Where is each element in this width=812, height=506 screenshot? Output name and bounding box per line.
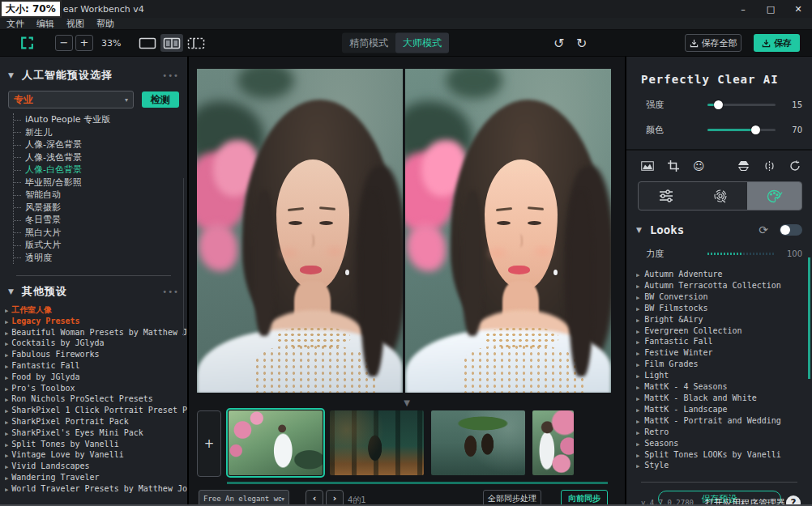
add-photo-button[interactable]: + — [197, 410, 221, 477]
expand-arrow-icon[interactable]: ▶ — [636, 283, 639, 290]
tab-looks[interactable] — [747, 182, 801, 210]
look-item[interactable]: ▶Festive Winter — [636, 348, 806, 359]
tree-scrollbar[interactable] — [183, 178, 184, 336]
expand-arrow-icon[interactable]: ▶ — [636, 407, 639, 414]
looks-strength-slider[interactable] — [707, 253, 776, 255]
other-preset-item[interactable]: ▶SharkPixel Portrait Pack — [5, 417, 187, 428]
other-preset-item[interactable]: ▶Wandering Traveler — [5, 473, 187, 484]
look-item[interactable]: ▶MattK - Portrait and Wedding — [636, 416, 806, 427]
ai-preset-item[interactable]: 冬日雪景 — [14, 214, 167, 227]
expand-arrow-icon[interactable]: ▶ — [636, 373, 639, 380]
other-preset-item[interactable]: ▶Beautiful Woman Presets by Matthew Jord… — [5, 328, 187, 339]
ai-preset-item[interactable]: 黑白大片 — [14, 227, 167, 240]
thumbnail-4[interactable] — [532, 410, 574, 475]
thumbnail-2[interactable] — [330, 410, 424, 475]
ai-preset-item[interactable]: iAuto People 专业版 — [14, 113, 167, 126]
look-item[interactable]: ▶Fantastic Fall — [636, 337, 806, 348]
look-item[interactable]: ▶MattK - Landscape — [636, 405, 806, 416]
ai-preset-item[interactable]: 新生儿 — [14, 126, 167, 139]
expand-arrow-icon[interactable]: ▶ — [636, 295, 639, 301]
ai-preset-item[interactable]: 版式大片 — [14, 239, 167, 252]
curtain-view-button[interactable] — [185, 34, 207, 52]
collapse-triangle-icon[interactable]: ▼ — [636, 226, 642, 234]
collapse-triangle-icon[interactable]: ▼ — [8, 71, 14, 79]
ai-preset-dropdown[interactable]: 专业 ▾ — [8, 91, 134, 108]
zoom-out-button[interactable]: − — [55, 35, 73, 51]
other-preset-item[interactable]: ▶SharkPixel's Eyes Mini Pack — [5, 428, 187, 440]
zoom-in-button[interactable]: + — [75, 35, 93, 51]
before-image[interactable] — [197, 69, 403, 393]
expand-arrow-icon[interactable]: ▶ — [636, 351, 639, 357]
maximize-button[interactable]: □ — [757, 0, 784, 18]
look-item[interactable]: ▶Retro — [636, 427, 806, 439]
looks-scrollbar[interactable] — [808, 257, 810, 379]
expand-arrow-icon[interactable]: ▶ — [636, 272, 639, 279]
expand-arrow-icon[interactable]: ▶ — [636, 317, 639, 324]
look-item[interactable]: ▶Autumn Adventure — [636, 270, 806, 281]
section-menu-icon[interactable]: ••• — [162, 287, 179, 296]
look-item[interactable]: ▶Style — [636, 461, 806, 472]
flip-vertical-icon[interactable] — [737, 160, 750, 172]
look-item[interactable]: ▶Light — [636, 371, 806, 382]
other-preset-item[interactable]: ▶Pro's Toolbox — [5, 384, 187, 395]
help-button[interactable]: ? — [786, 495, 801, 506]
expand-arrow-icon[interactable]: ▶ — [5, 442, 8, 449]
expand-arrow-icon[interactable]: ▶ — [636, 463, 639, 470]
previous-photo-button[interactable]: ‹ — [306, 490, 323, 506]
single-view-button[interactable] — [136, 34, 159, 52]
crop-icon[interactable] — [668, 160, 679, 172]
ai-preset-item[interactable]: 人像-白色背景 — [14, 164, 167, 176]
expand-arrow-icon[interactable]: ▶ — [636, 453, 639, 459]
next-photo-button[interactable]: › — [326, 490, 344, 506]
expand-arrow-icon[interactable]: ▶ — [5, 352, 8, 359]
look-item[interactable]: ▶Autumn Terracotta Collection — [636, 281, 806, 292]
expand-arrow-icon[interactable]: ▶ — [5, 397, 8, 403]
look-item[interactable]: ▶BW Conversion — [636, 292, 806, 304]
ai-preset-item[interactable]: 风景摄影 — [14, 202, 167, 215]
expand-arrow-icon[interactable]: ▶ — [5, 464, 8, 470]
other-preset-item[interactable]: ▶SharkPixel 1 Click Portrait Preset Pack — [5, 406, 187, 417]
strength-slider[interactable] — [707, 104, 776, 106]
thumbnail-3[interactable] — [431, 410, 525, 475]
tab-fingerprint-retouch[interactable] — [693, 182, 747, 210]
other-preset-item[interactable]: ▶Vintage Love by Vanelli — [5, 450, 187, 461]
look-item[interactable]: ▶Evergreen Collection — [636, 326, 806, 338]
undo-button[interactable]: ↺ — [553, 36, 564, 51]
ai-preset-item[interactable]: 人像-深色背景 — [14, 138, 167, 151]
other-preset-item[interactable]: ▶工作室人像 — [5, 305, 187, 317]
tab-master-mode[interactable]: 大师模式 — [395, 33, 449, 53]
menu-item[interactable]: 帮助 — [96, 18, 114, 30]
other-preset-item[interactable]: ▶Cocktails by JGlyda — [5, 338, 187, 350]
expand-arrow-icon[interactable]: ▶ — [5, 408, 8, 415]
expand-arrow-icon[interactable]: ▶ — [636, 329, 639, 335]
expand-arrow-icon[interactable]: ▶ — [636, 419, 639, 425]
expand-arrow-icon[interactable]: ▶ — [5, 475, 8, 482]
expand-arrow-icon[interactable]: ▶ — [636, 430, 639, 436]
other-preset-item[interactable]: ▶Food by JGlyda — [5, 372, 187, 384]
looks-enable-toggle[interactable] — [780, 224, 802, 236]
rotate-icon[interactable] — [789, 160, 801, 172]
sync-forward-button[interactable]: 向前同步 — [561, 490, 608, 506]
app-manager-link[interactable]: 打开应用程序管理器 — [705, 497, 785, 506]
expand-arrow-icon[interactable]: ▶ — [5, 386, 8, 393]
other-preset-item[interactable]: ▶Vivid Landscapes — [5, 461, 187, 473]
look-item[interactable]: ▶Split Tones LOOKs by Vanelli — [636, 450, 806, 461]
photo-preset-dropdown[interactable]: Free An elegant womar ▾ — [199, 490, 289, 506]
color-slider[interactable] — [707, 129, 776, 131]
after-image[interactable] — [405, 69, 611, 393]
other-preset-item[interactable]: ▶Ron Nichols ProSelect Presets — [5, 394, 187, 406]
other-preset-item[interactable]: ▶Fantastic Fall — [5, 361, 187, 372]
ai-preset-item[interactable]: 透明度 — [14, 252, 167, 265]
expand-arrow-icon[interactable]: ▶ — [5, 431, 8, 437]
other-preset-item[interactable]: ▶Split Tones by Vanelli — [5, 440, 187, 451]
thumbnail-1-selected[interactable] — [229, 410, 323, 475]
histogram-icon[interactable] — [641, 161, 654, 171]
section-menu-icon[interactable]: ••• — [162, 71, 179, 80]
expand-arrow-icon[interactable]: ▶ — [636, 441, 639, 448]
split-view-button[interactable] — [160, 34, 183, 52]
ai-preset-item[interactable]: 人像-浅色背景 — [14, 151, 167, 164]
expand-arrow-icon[interactable]: ▶ — [636, 385, 639, 391]
expand-arrow-icon[interactable]: ▶ — [5, 487, 8, 493]
expand-arrow-icon[interactable]: ▶ — [636, 339, 639, 346]
ai-preset-item[interactable]: 智能自动 — [14, 189, 167, 202]
